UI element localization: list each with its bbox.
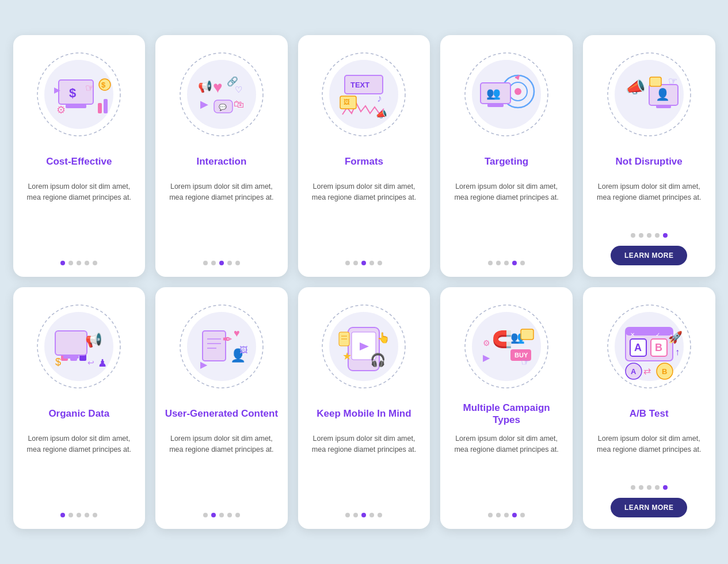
svg-text:📣: 📣 (376, 109, 387, 120)
learn-more-button[interactable]: LEARN MORE (611, 498, 687, 517)
dot-4 (235, 513, 240, 517)
dot-4 (378, 513, 382, 517)
svg-text:🖼: 🖼 (344, 98, 350, 105)
dot-0 (60, 261, 65, 265)
svg-text:🚀: 🚀 (668, 330, 683, 344)
svg-text:🎧: 🎧 (370, 352, 386, 368)
svg-text:👤: 👤 (655, 87, 670, 101)
dot-4 (378, 261, 382, 265)
card-body: Lorem ipsum dolor sit dim amet, mea regi… (22, 181, 136, 251)
card-cost-effective: $ ☞ ⚙ ▶ $ Cost-Effective Lorem ipsum dol… (13, 35, 146, 277)
pagination-dots (488, 261, 525, 265)
card-organic-data: 📢 $ ♟ ↩ Organic Data Lorem ipsum dolor s… (13, 287, 146, 529)
card-illustration: ✒ ♥ 👤 ▶ 🖼 (173, 298, 270, 395)
card-user-generated-content: ✒ ♥ 👤 ▶ 🖼 User-Generated Content Lorem i… (155, 287, 288, 529)
svg-text:♪: ♪ (377, 93, 382, 104)
pagination-dots (345, 261, 382, 265)
dot-1 (496, 513, 501, 517)
dot-2 (504, 261, 509, 265)
svg-text:♥: ♥ (234, 327, 240, 339)
svg-text:$: $ (55, 356, 61, 368)
dot-4 (663, 233, 668, 238)
card-illustration: TEXT ♪ 🖼 📣 (315, 45, 413, 143)
dot-1 (353, 261, 358, 265)
card-title: Interaction (196, 149, 246, 174)
dot-0 (488, 261, 493, 265)
learn-more-button[interactable]: LEARN MORE (611, 246, 687, 265)
dot-2 (504, 513, 509, 517)
svg-text:☞: ☞ (668, 75, 677, 87)
card-body: Lorem ipsum dolor sit dim amet, mea regi… (449, 181, 563, 251)
dot-1 (68, 513, 73, 517)
card-title: Targeting (485, 149, 528, 174)
svg-rect-3 (66, 104, 86, 108)
card-body: Lorem ipsum dolor sit dim amet, mea regi… (307, 181, 421, 251)
dot-0 (203, 261, 208, 265)
svg-text:⚙: ⚙ (483, 338, 490, 348)
dot-0 (60, 513, 65, 517)
svg-rect-7 (98, 103, 102, 113)
card-body: Lorem ipsum dolor sit dim amet, mea regi… (592, 181, 706, 224)
svg-text:⚙: ⚙ (56, 104, 66, 116)
card-title: Keep Mobile In Mind (317, 401, 411, 426)
dot-4 (93, 261, 97, 265)
svg-text:↩: ↩ (87, 358, 94, 367)
dot-0 (345, 261, 350, 265)
svg-text:TEXT: TEXT (350, 81, 369, 89)
svg-text:↑: ↑ (675, 347, 680, 357)
svg-text:📢: 📢 (85, 331, 102, 348)
dot-4 (520, 513, 525, 517)
pagination-dots (60, 261, 97, 265)
card-body: Lorem ipsum dolor sit dim amet, mea regi… (449, 433, 563, 504)
dot-3 (655, 233, 660, 238)
card-ab-test: A B ✕ ✓ A B ⇄ 🚀 ↑ A/B Test Lorem ipsum d… (583, 287, 715, 529)
card-not-disruptive: 📣 👤 ☞ Not Disruptive Lorem ipsum dolor s… (583, 35, 715, 277)
pagination-dots (60, 513, 97, 517)
dot-3 (369, 513, 374, 517)
card-targeting: 👥 Targeting Lorem ipsum dolor sit dim am… (440, 35, 573, 277)
dot-2 (77, 261, 81, 265)
pagination-dots (345, 513, 382, 517)
dot-2 (219, 261, 224, 265)
dot-0 (488, 513, 493, 517)
dot-2 (361, 261, 366, 265)
card-illustration: ♥ 🔗 📢 💬 ▶ 🛍 ♡ (173, 45, 270, 143)
svg-text:⇄: ⇄ (643, 366, 651, 376)
svg-text:A: A (634, 342, 642, 353)
dot-0 (631, 233, 635, 238)
dot-0 (631, 485, 635, 490)
dot-4 (520, 261, 525, 265)
svg-text:📢: 📢 (198, 79, 212, 93)
card-illustration: A B ✕ ✓ A B ⇄ 🚀 ↑ (600, 298, 698, 395)
dot-3 (85, 513, 89, 517)
dot-3 (512, 513, 517, 517)
card-title: Multiple Campaign Types (449, 401, 563, 426)
card-title: Formats (345, 149, 383, 174)
card-title: Not Disruptive (616, 149, 683, 174)
svg-rect-47 (650, 77, 661, 86)
dot-3 (512, 261, 517, 265)
dot-2 (647, 233, 651, 238)
dot-1 (639, 233, 643, 238)
dot-1 (496, 261, 501, 265)
svg-text:▶: ▶ (200, 98, 208, 110)
pagination-dots (488, 513, 525, 517)
svg-rect-8 (104, 99, 108, 113)
dot-2 (219, 513, 224, 517)
dot-1 (68, 261, 73, 265)
card-body: Lorem ipsum dolor sit dim amet, mea regi… (165, 181, 279, 251)
card-illustration: 👥 (458, 45, 555, 143)
dot-2 (77, 513, 81, 517)
card-body: Lorem ipsum dolor sit dim amet, mea regi… (592, 433, 706, 476)
dot-3 (85, 261, 89, 265)
svg-text:★: ★ (342, 350, 352, 362)
dot-4 (235, 261, 240, 265)
card-keep-mobile: 🎧 ★ 👆 Keep Mobile In Mind Lorem ipsum do… (298, 287, 430, 529)
dot-0 (345, 513, 350, 517)
svg-text:☞: ☞ (521, 356, 530, 368)
pagination-dots (203, 261, 240, 265)
card-illustration: 📣 👤 ☞ (600, 45, 698, 143)
svg-text:💬: 💬 (219, 103, 227, 111)
dot-2 (361, 513, 366, 517)
card-body: Lorem ipsum dolor sit dim amet, mea regi… (307, 433, 421, 504)
